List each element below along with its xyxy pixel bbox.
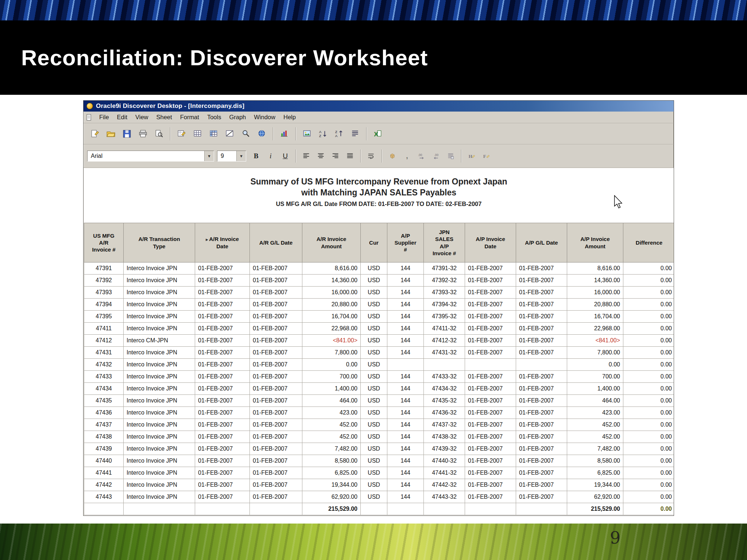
table-cell[interactable]: 01-FEB-2007 [195, 371, 250, 383]
table-cell[interactable]: 01-FEB-2007 [195, 479, 250, 491]
chevron-down-icon[interactable]: ▼ [204, 151, 214, 161]
table-cell[interactable]: Interco Invoice JPN [124, 275, 195, 287]
table-cell[interactable]: 01-FEB-2007 [516, 479, 567, 491]
table-cell[interactable]: 01-FEB-2007 [516, 455, 567, 467]
table-cell[interactable]: 01-FEB-2007 [195, 443, 250, 455]
table-cell[interactable]: 01-FEB-2007 [250, 419, 302, 431]
table-cell[interactable]: 01-FEB-2007 [516, 299, 567, 311]
table-cell[interactable]: 0.00 [623, 347, 674, 359]
table-cell[interactable]: 47411 [84, 323, 124, 335]
menu-graph[interactable]: Graph [225, 112, 250, 122]
italic-button[interactable]: i [264, 149, 278, 163]
table-cell[interactable]: 01-FEB-2007 [195, 311, 250, 323]
web-publish-button[interactable] [254, 127, 270, 141]
table-cell[interactable]: Interco Invoice JPN [124, 359, 195, 371]
table-cell[interactable]: 01-FEB-2007 [250, 335, 302, 347]
table-cell[interactable]: Interco Invoice JPN [124, 467, 195, 479]
table-cell[interactable]: 01-FEB-2007 [465, 491, 516, 503]
table-cell[interactable]: 47431 [84, 347, 124, 359]
table-cell[interactable]: 0.00 [623, 395, 674, 407]
open-button[interactable] [103, 127, 119, 141]
table-cell[interactable]: 8,580.00 [567, 455, 623, 467]
menu-view[interactable]: View [131, 112, 152, 122]
table-cell[interactable]: 01-FEB-2007 [516, 431, 567, 443]
table-cell[interactable]: 144 [387, 491, 424, 503]
table-cell[interactable]: 144 [387, 455, 424, 467]
table-cell[interactable] [424, 359, 465, 371]
table-cell[interactable]: Interco Invoice JPN [124, 479, 195, 491]
table-cell[interactable]: 47439-32 [424, 443, 465, 455]
table-cell[interactable]: 7,800.00 [567, 347, 623, 359]
column-header[interactable]: US MFG A/R Invoice # [84, 223, 124, 262]
wrap-text-button[interactable] [364, 149, 378, 163]
table-cell[interactable]: 47442 [84, 479, 124, 491]
edit-title-button[interactable] [222, 127, 237, 141]
table-cell[interactable]: 47440-32 [424, 455, 465, 467]
table-cell[interactable]: 16,704.00 [567, 311, 623, 323]
table-cell[interactable]: 01-FEB-2007 [516, 323, 567, 335]
table-cell[interactable]: 47435-32 [424, 395, 465, 407]
table-cell[interactable]: 01-FEB-2007 [250, 275, 302, 287]
table-cell[interactable]: Interco Invoice JPN [124, 455, 195, 467]
table-cell[interactable]: USD [361, 479, 387, 491]
table-cell[interactable]: 19,344.00 [302, 479, 361, 491]
table-cell[interactable]: 01-FEB-2007 [250, 287, 302, 299]
table-cell[interactable]: 8,580.00 [302, 455, 361, 467]
table-cell[interactable]: 0.00 [623, 491, 674, 503]
table-cell[interactable] [465, 359, 516, 371]
table-cell[interactable]: 47391 [84, 262, 124, 275]
table-cell[interactable]: 47395 [84, 311, 124, 323]
align-right-button[interactable] [329, 149, 342, 163]
table-cell[interactable]: 01-FEB-2007 [465, 431, 516, 443]
column-header[interactable]: A/P G/L Date [516, 223, 567, 262]
table-cell[interactable]: 01-FEB-2007 [250, 311, 302, 323]
column-header[interactable]: ▸A/R Invoice Date [195, 223, 250, 262]
table-cell[interactable]: USD [361, 323, 387, 335]
table-cell[interactable]: 01-FEB-2007 [516, 491, 567, 503]
table-cell[interactable]: 144 [387, 299, 424, 311]
table-cell[interactable]: 01-FEB-2007 [250, 383, 302, 395]
column-header[interactable]: A/R Transaction Type [124, 223, 195, 262]
table-cell[interactable]: Interco Invoice JPN [124, 443, 195, 455]
table-cell[interactable]: 47443 [84, 491, 124, 503]
table-cell[interactable]: 144 [387, 479, 424, 491]
table-cell[interactable]: 144 [387, 467, 424, 479]
edit-sheet-button[interactable] [174, 127, 189, 141]
increase-decimal-button[interactable]: .00 [415, 149, 429, 163]
table-cell[interactable]: USD [361, 443, 387, 455]
table-cell[interactable]: 0.00 [623, 479, 674, 491]
table-cell[interactable]: 7,482.00 [567, 443, 623, 455]
table-cell[interactable]: 0.00 [623, 359, 674, 371]
table-cell[interactable]: <841.00> [302, 335, 361, 347]
chevron-down-icon[interactable]: ▼ [236, 151, 246, 161]
table-cell[interactable]: 47435 [84, 395, 124, 407]
table-cell[interactable]: 452.00 [302, 419, 361, 431]
table-cell[interactable]: 144 [387, 395, 424, 407]
column-header[interactable]: Cur [361, 223, 387, 262]
table-cell[interactable]: 47441 [84, 467, 124, 479]
table-cell[interactable]: 144 [387, 347, 424, 359]
table-cell[interactable]: 01-FEB-2007 [465, 275, 516, 287]
table-cell[interactable]: 8,616.00 [567, 262, 623, 275]
table-cell[interactable]: 01-FEB-2007 [250, 395, 302, 407]
table-cell[interactable]: USD [361, 335, 387, 347]
table-cell[interactable]: 0.00 [623, 443, 674, 455]
table-cell[interactable]: 01-FEB-2007 [465, 443, 516, 455]
table-cell[interactable]: Interco Invoice JPN [124, 262, 195, 275]
table-cell[interactable]: 01-FEB-2007 [465, 371, 516, 383]
table-cell[interactable]: 01-FEB-2007 [250, 431, 302, 443]
table-cell[interactable]: 01-FEB-2007 [465, 347, 516, 359]
table-cell[interactable]: USD [361, 371, 387, 383]
table-cell[interactable]: 20,880.00 [567, 299, 623, 311]
table-cell[interactable]: 0.00 [623, 419, 674, 431]
table-cell[interactable]: 47433 [84, 371, 124, 383]
header-edit-button[interactable]: H [465, 149, 479, 163]
table-cell[interactable]: 452.00 [567, 419, 623, 431]
table-cell[interactable]: 144 [387, 407, 424, 419]
table-cell[interactable]: 01-FEB-2007 [465, 455, 516, 467]
table-cell[interactable]: 01-FEB-2007 [250, 323, 302, 335]
menu-tools[interactable]: Tools [203, 112, 225, 122]
window-titlebar[interactable]: Oracle9i Discoverer Desktop - [Intercomp… [84, 101, 674, 112]
table-cell[interactable]: 0.00 [623, 335, 674, 347]
table-cell[interactable]: 01-FEB-2007 [465, 419, 516, 431]
